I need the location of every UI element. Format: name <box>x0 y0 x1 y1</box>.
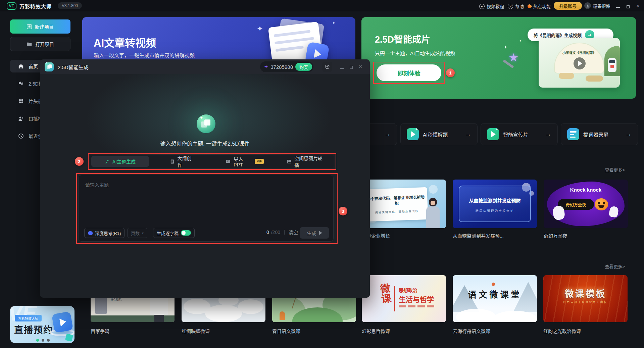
modal-title: 2.5D智能生成 <box>58 63 89 70</box>
template-card[interactable]: 从血糖监测到并发症预防 糖尿病管理的全程守护 <box>453 180 537 228</box>
robot-illustration <box>608 58 616 72</box>
help-icon: ? <box>508 4 513 9</box>
feature-card-teleprompter[interactable]: 提词器录屏 → <box>561 123 638 145</box>
template-caption[interactable]: 红韵之光政治微课 <box>543 328 581 334</box>
arrow-right-icon: → <box>465 131 471 138</box>
play-icon <box>574 57 586 69</box>
credits-value: 37285988 <box>270 64 293 70</box>
template-caption[interactable]: 云海行舟语文微课 <box>453 328 490 334</box>
folder-icon <box>27 41 32 47</box>
app-window: VE 万彩特效大师 V3.1.800 ▸ 视频教程 ? 帮助 热点功能 升级账号… <box>0 0 644 348</box>
template-caption[interactable]: 奇幻万圣夜 <box>544 232 567 239</box>
feature-card-ai-solve[interactable]: ✦ AI秒懂解题 → <box>400 123 478 145</box>
window-maximize-button[interactable] <box>624 4 632 9</box>
presenter-figure <box>424 198 442 228</box>
speaker-person-icon <box>18 116 24 121</box>
new-project-button[interactable]: + 新建项目 <box>10 19 70 34</box>
template-caption[interactable]: 春日语文微课 <box>272 328 300 334</box>
banner-25d-smart-film: 2.5D智能成片 只需一个主题，AI自动生成炫酷视频 即刻体验 将《昆明的雨》生… <box>361 17 636 99</box>
diamond-icon: ✦ <box>264 64 268 70</box>
play-circle-icon: ▸ <box>479 4 485 9</box>
window-minimize-button[interactable] <box>613 3 622 9</box>
arrow-right-icon: → <box>384 131 391 138</box>
view-more-link[interactable]: 查看更多> <box>581 166 625 173</box>
modal-close-button[interactable]: ✕ <box>356 64 365 70</box>
teleprompter-icon <box>567 128 579 140</box>
hot-features-button[interactable]: 热点功能 <box>528 3 551 9</box>
user-account[interactable]: 糖果很甜 <box>584 2 610 9</box>
help-button[interactable]: ? 帮助 <box>508 3 524 9</box>
user-avatar-icon <box>584 2 591 9</box>
sparkle-icon: ✦ <box>519 39 522 43</box>
blue-banner-subtitle: 输入一段文字，一键生成声情并茂的讲解视频 <box>94 51 195 58</box>
template-caption[interactable]: 从血糖监测到并发症预... <box>453 232 504 239</box>
buy-button[interactable]: 购买 <box>295 63 312 71</box>
sparkle-icon: ✦ <box>332 20 336 26</box>
open-project-button[interactable]: 打开项目 <box>10 37 70 51</box>
annotation-badge-1: 1 <box>446 68 455 77</box>
window-close-button[interactable]: × <box>634 3 642 8</box>
hero-text: 输入想创作的主题, 一键生成2.5D课件 <box>40 139 370 147</box>
grid-icon <box>18 98 24 104</box>
cube-play-illustration <box>52 311 73 333</box>
carousel-dots[interactable] <box>36 339 50 342</box>
upgrade-account-button[interactable]: 升级账号 <box>554 2 582 10</box>
arrow-right-icon: → <box>625 131 632 138</box>
video-tutorial-button[interactable]: ▸ 视频教程 <box>479 3 504 9</box>
cloud-gold <box>586 76 603 82</box>
promo-card-title: 小学课文《昆明的雨》 <box>554 50 604 55</box>
green-banner-title: 2.5D智能成片 <box>375 32 430 45</box>
promo-title: 直播预约 <box>14 323 53 336</box>
home-icon <box>18 63 24 69</box>
modal-minimize-button[interactable] <box>337 64 346 70</box>
annotation-box-2 <box>88 153 336 170</box>
smart-promo-icon: ✦ <box>487 128 499 140</box>
annotation-box-1 <box>373 62 445 84</box>
template-caption[interactable]: 百家争鸣 <box>91 328 109 334</box>
ai-solve-icon: ✦ <box>407 128 419 140</box>
magic-wand-star-icon: ★ <box>508 51 518 64</box>
version-badge: V3.1.800 <box>58 2 82 9</box>
template-card[interactable]: 3个神秘代码，解锁企业增长新动能 揭秘关键策略，驱动业务飞跃 <box>362 180 446 228</box>
cloud-gold <box>559 73 574 79</box>
template-card[interactable]: Knock knock 奇幻万圣夜 <box>544 180 628 228</box>
top-bar: VE 万彩特效大师 V3.1.800 ▸ 视频教程 ? 帮助 热点功能 升级账号… <box>0 0 644 11</box>
annotation-badge-2: 2 <box>75 157 84 166</box>
template-caption[interactable]: 红绸映耀微课 <box>182 328 210 334</box>
hero-generate-icon: ✦ <box>197 114 215 133</box>
plus-icon: + <box>27 24 32 29</box>
app-title: 万彩特效大师 <box>19 3 52 10</box>
app-logo: VE <box>7 2 16 10</box>
arrow-right-icon: → <box>545 131 551 138</box>
kunming-rain-video-card[interactable]: 小学课文《昆明的雨》 <box>539 38 620 88</box>
template-card[interactable]: 语文微课堂 <box>453 275 537 322</box>
annotation-badge-3: 3 <box>339 207 347 215</box>
clock-icon <box>18 133 24 139</box>
annotation-box-3 <box>76 173 338 244</box>
view-more-link[interactable]: 查看更多> <box>581 263 625 269</box>
promo-tag: 万彩特效大师 <box>15 315 42 321</box>
feature-card-smart-promo[interactable]: ✦ 智能宣传片 → <box>481 123 558 145</box>
sparkle-icon: ✦ <box>504 45 507 50</box>
template-card[interactable]: 微课模板 红色党政主题微课片头模板 <box>543 275 628 322</box>
blue-banner-title: AI文章转视频 <box>94 35 156 50</box>
teal-accent <box>65 334 73 342</box>
sun-dot <box>492 283 495 286</box>
layers-icon <box>18 81 24 87</box>
template-caption[interactable]: 幻彩思哲微课 <box>362 328 390 334</box>
pumpkin-illustration <box>595 198 608 210</box>
modal-header[interactable]: ✦ 2.5D智能生成 ✦ 37285988 购买 ✕ <box>40 59 370 74</box>
child-figure <box>280 311 285 320</box>
sparkle-icon: ✦ <box>257 24 263 33</box>
history-button[interactable] <box>322 62 332 72</box>
template-card[interactable]: 微课 思想政治 生活与哲学 <box>362 275 446 322</box>
live-broadcast-promo[interactable]: VE 万彩特效大师 直播预约 <box>10 306 75 343</box>
modal-maximize-button[interactable] <box>346 64 356 70</box>
modal-app-icon: ✦ <box>45 62 54 71</box>
flame-icon <box>527 4 532 9</box>
green-banner-subtitle: 只需一个主题，AI自动生成炫酷视频 <box>375 49 455 56</box>
credits-pill[interactable]: ✦ 37285988 购买 <box>260 61 313 72</box>
